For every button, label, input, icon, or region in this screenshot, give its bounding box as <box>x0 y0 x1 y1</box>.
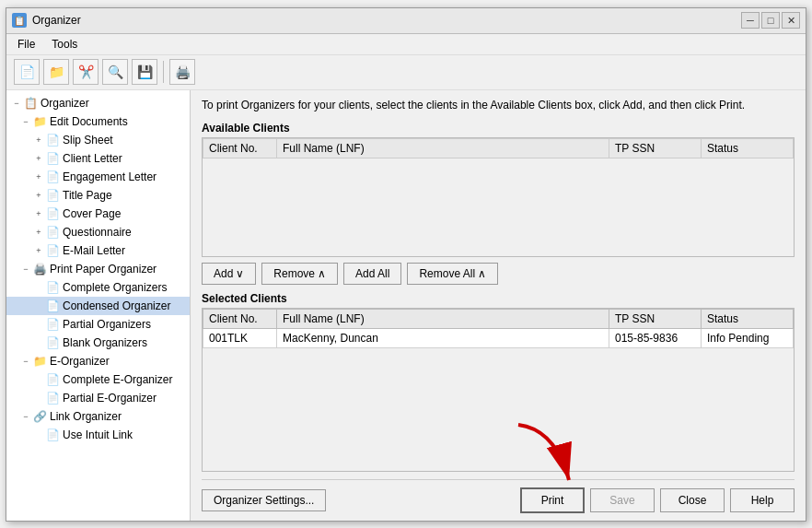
window-title: Organizer <box>32 14 81 27</box>
toolbar-cut-btn[interactable]: ✂️ <box>73 59 99 85</box>
partial-organizers-icon: 📄 <box>45 317 60 332</box>
menu-bar: File Tools <box>6 34 806 55</box>
sidebar-item-blank-organizers[interactable]: + 📄 Blank Organizers <box>6 334 190 352</box>
sidebar-item-partial-organizers[interactable]: + 📄 Partial Organizers <box>6 315 190 334</box>
tree-toggle-client-letter: + <box>32 152 45 165</box>
sidebar-item-e-organizer[interactable]: − 📁 E-Organizer <box>6 352 190 370</box>
tree-toggle-engagement-letter: + <box>32 170 45 183</box>
selected-clients-container[interactable]: Client No. Full Name (LNF) TP SSN Status… <box>202 308 795 471</box>
toolbar-print-btn[interactable]: 🖨️ <box>169 59 195 85</box>
sidebar-label-slip-sheet: Slip Sheet <box>63 134 113 147</box>
cell-tp-ssn: 015-85-9836 <box>609 329 702 348</box>
sidebar-item-cover-page[interactable]: + 📄 Cover Page <box>6 205 190 223</box>
title-bar-left: 📋 Organizer <box>12 13 81 28</box>
sidebar-item-email-letter[interactable]: + 📄 E-Mail Letter <box>6 241 190 260</box>
settings-label: Organizer Settings... <box>214 494 314 507</box>
remove-button[interactable]: Remove ∧ <box>261 263 338 285</box>
sidebar-label-print-paper: Print Paper Organizer <box>50 263 157 276</box>
sidebar-label-email-letter: E-Mail Letter <box>63 244 125 257</box>
table-row[interactable]: 001TLK MacKenny, Duncan 015-85-9836 Info… <box>203 329 794 348</box>
selected-col-tpssn: TP SSN <box>609 310 702 329</box>
edit-documents-icon: 📁 <box>32 114 47 129</box>
add-arrow-icon: ∨ <box>236 267 244 280</box>
sidebar-item-complete-organizers[interactable]: + 📄 Complete Organizers <box>6 278 190 297</box>
sidebar-item-client-letter[interactable]: + 📄 Client Letter <box>6 149 190 168</box>
toolbar: 📄 📁 ✂️ 🔍 💾 🖨️ <box>6 55 806 90</box>
sidebar-item-link-organizer[interactable]: − 🔗 Link Organizer <box>6 407 190 426</box>
help-button[interactable]: Help <box>730 488 795 512</box>
sidebar-label-link-organizer: Link Organizer <box>50 410 122 423</box>
sidebar-item-use-intuit-link[interactable]: + 📄 Use Intuit Link <box>6 426 190 444</box>
add-all-button[interactable]: Add All <box>343 263 401 285</box>
sidebar-label-title-page: Title Page <box>63 189 112 202</box>
tree-toggle-cover-page: + <box>32 207 45 220</box>
use-intuit-link-icon: 📄 <box>45 428 60 442</box>
sidebar-item-print-paper-organizer[interactable]: − 🖨️ Print Paper Organizer <box>6 260 190 278</box>
save-label: Save <box>609 494 634 507</box>
organizer-settings-button[interactable]: Organizer Settings... <box>202 489 326 511</box>
sidebar-label-client-letter: Client Letter <box>63 152 122 165</box>
complete-e-organizer-icon: 📄 <box>45 372 60 387</box>
available-clients-container[interactable]: Client No. Full Name (LNF) TP SSN Status <box>202 137 795 257</box>
sidebar-item-questionnaire[interactable]: + 📄 Questionnaire <box>6 223 190 241</box>
partial-e-organizer-icon: 📄 <box>45 391 60 405</box>
toolbar-find-btn[interactable]: 🔍 <box>102 59 128 85</box>
available-col-clientno: Client No. <box>203 139 277 158</box>
sidebar-label-edit-documents: Edit Documents <box>50 115 128 128</box>
minimize-button[interactable]: ─ <box>741 12 760 29</box>
sidebar-label-partial-organizers: Partial Organizers <box>63 318 151 331</box>
sidebar-item-condensed-organizer[interactable]: + 📄 Condensed Organizer <box>6 297 190 315</box>
toolbar-open-btn[interactable]: 📁 <box>43 59 69 85</box>
toolbar-new-btn[interactable]: 📄 <box>14 59 40 85</box>
close-label: Close <box>679 494 707 507</box>
selected-clients-label: Selected Clients <box>202 292 795 305</box>
sidebar-item-engagement-letter[interactable]: + 📄 Engagement Letter <box>6 168 190 186</box>
print-button[interactable]: Print <box>520 487 585 513</box>
add-label: Add <box>214 267 233 280</box>
close-button[interactable]: Close <box>660 488 725 512</box>
sidebar-item-partial-e-organizer[interactable]: + 📄 Partial E-Organizer <box>6 389 190 407</box>
cover-page-icon: 📄 <box>45 206 60 221</box>
sidebar-scroll[interactable]: − 📋 Organizer − 📁 Edit Documents + 📄 Sli… <box>6 94 190 517</box>
cell-status: Info Pending <box>702 329 794 348</box>
tree-toggle-print-paper: − <box>19 263 32 276</box>
complete-organizers-icon: 📄 <box>45 280 60 295</box>
menu-file[interactable]: File <box>10 36 42 53</box>
remove-all-arrow-icon: ∧ <box>478 267 486 280</box>
close-window-button[interactable]: ✕ <box>782 12 800 29</box>
sidebar-label-organizer: Organizer <box>41 97 89 110</box>
sidebar-label-questionnaire: Questionnaire <box>63 226 132 239</box>
sidebar-item-title-page[interactable]: + 📄 Title Page <box>6 186 190 205</box>
sidebar-item-organizer[interactable]: − 📋 Organizer <box>6 94 190 112</box>
instruction-text: To print Organizers for your clients, se… <box>202 98 795 113</box>
menu-tools[interactable]: Tools <box>44 36 85 53</box>
sidebar: − 📋 Organizer − 📁 Edit Documents + 📄 Sli… <box>6 90 191 521</box>
add-button[interactable]: Add ∨ <box>202 263 256 285</box>
questionnaire-icon: 📄 <box>45 225 60 240</box>
save-button[interactable]: Save <box>590 488 655 512</box>
condensed-organizer-icon: 📄 <box>45 299 60 313</box>
main-content: − 📋 Organizer − 📁 Edit Documents + 📄 Sli… <box>6 90 806 521</box>
client-letter-icon: 📄 <box>45 151 60 166</box>
tree-toggle-organizer: − <box>10 97 23 110</box>
email-letter-icon: 📄 <box>45 243 60 258</box>
main-window: 📋 Organizer ─ □ ✕ File Tools 📄 📁 ✂️ 🔍 💾 … <box>6 7 806 522</box>
slip-sheet-icon: 📄 <box>45 133 60 147</box>
sidebar-label-complete-e-organizer: Complete E-Organizer <box>63 373 172 386</box>
sidebar-item-slip-sheet[interactable]: + 📄 Slip Sheet <box>6 131 190 149</box>
title-page-icon: 📄 <box>45 188 60 203</box>
selected-col-clientno: Client No. <box>203 310 277 329</box>
sidebar-item-complete-e-organizer[interactable]: + 📄 Complete E-Organizer <box>6 370 190 389</box>
remove-all-button[interactable]: Remove All ∧ <box>407 263 498 285</box>
toolbar-save-btn[interactable]: 💾 <box>132 59 157 85</box>
e-organizer-icon: 📁 <box>32 354 47 369</box>
selected-clients-table: Client No. Full Name (LNF) TP SSN Status… <box>203 309 794 348</box>
maximize-button[interactable]: □ <box>761 12 780 29</box>
tree-toggle-email-letter: + <box>32 244 45 257</box>
sidebar-item-edit-documents[interactable]: − 📁 Edit Documents <box>6 112 190 131</box>
tree-toggle-link-org: − <box>19 410 32 423</box>
title-bar: 📋 Organizer ─ □ ✕ <box>6 8 806 34</box>
organizer-icon: 📋 <box>23 96 38 111</box>
sidebar-label-condensed-organizer: Condensed Organizer <box>63 299 170 312</box>
print-paper-icon: 🖨️ <box>32 262 47 276</box>
